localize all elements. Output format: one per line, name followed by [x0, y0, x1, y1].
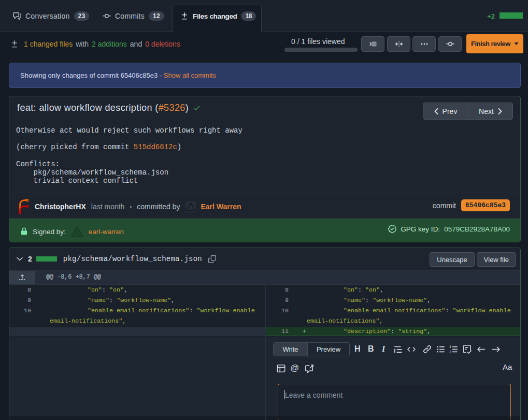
- svg-text:2: 2: [449, 350, 451, 354]
- svg-text:1: 1: [449, 345, 451, 349]
